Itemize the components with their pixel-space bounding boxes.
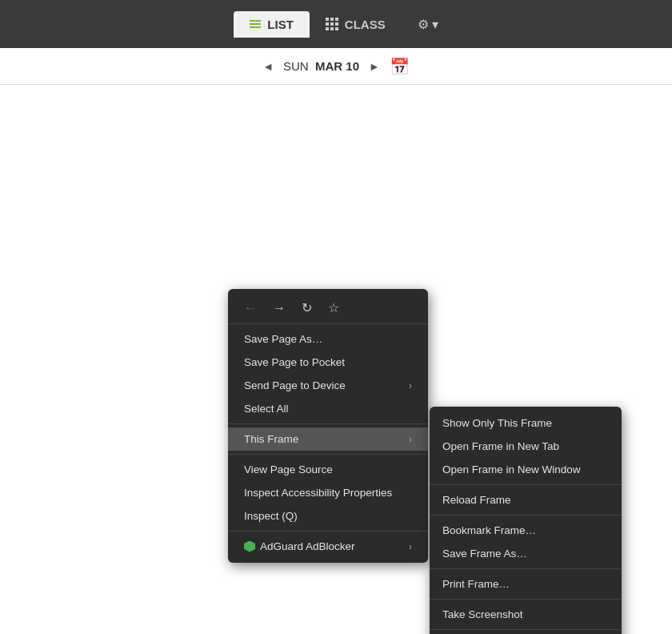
submenu-item-open-new-window-label: Open Frame in New Window bbox=[442, 463, 581, 476]
menu-item-inspect-accessibility-label: Inspect Accessibility Properties bbox=[244, 487, 392, 499]
menu-item-adguard[interactable]: AdGuard AdBlocker › bbox=[228, 535, 428, 558]
menu-item-this-frame[interactable]: This Frame › bbox=[228, 427, 428, 451]
submenu-item-show-only[interactable]: Show Only This Frame bbox=[430, 411, 622, 435]
submenu-item-print-frame[interactable]: Print Frame… bbox=[430, 572, 622, 596]
submenu-item-open-new-tab[interactable]: Open Frame in New Tab bbox=[430, 435, 622, 458]
grid-icon bbox=[326, 18, 338, 30]
date-label: SUN bbox=[283, 59, 309, 73]
menu-item-save-page-as-label: Save Page As… bbox=[244, 333, 322, 345]
context-menu-nav: ← → ↻ ☆ bbox=[228, 294, 428, 324]
nav-forward-icon[interactable]: → bbox=[273, 301, 286, 315]
submenu-separator-4 bbox=[430, 599, 622, 600]
menu-item-send-page-device-label: Send Page to Device bbox=[244, 379, 346, 391]
separator-2 bbox=[228, 454, 428, 455]
menu-item-send-page-device[interactable]: Send Page to Device › bbox=[228, 374, 428, 397]
list-icon bbox=[250, 20, 261, 28]
submenu-separator-3 bbox=[430, 568, 622, 569]
submenu-item-save-frame-as-label: Save Frame As… bbox=[442, 548, 527, 560]
nav-back-icon[interactable]: ← bbox=[244, 301, 257, 315]
nav-reload-icon[interactable]: ↻ bbox=[302, 300, 312, 315]
menu-item-select-all[interactable]: Select All bbox=[228, 397, 428, 420]
submenu-item-take-screenshot-label: Take Screenshot bbox=[442, 608, 523, 620]
submenu-this-frame: Show Only This Frame Open Frame in New T… bbox=[430, 407, 622, 634]
menu-item-inspect-label: Inspect (Q) bbox=[244, 510, 298, 522]
date-display: SUN MAR 10 bbox=[283, 59, 359, 73]
adguard-item-content: AdGuard AdBlocker bbox=[244, 540, 355, 552]
tab-class[interactable]: CLASS bbox=[310, 11, 402, 38]
menu-item-select-all-label: Select All bbox=[244, 403, 289, 415]
submenu-arrow-frame: › bbox=[409, 434, 412, 445]
gear-settings[interactable]: ⚙ ▾ bbox=[418, 17, 438, 32]
menu-item-save-page-as[interactable]: Save Page As… bbox=[228, 327, 428, 351]
submenu-item-show-only-label: Show Only This Frame bbox=[442, 417, 552, 429]
submenu-arrow-send: › bbox=[409, 380, 412, 391]
menu-item-view-page-source-label: View Page Source bbox=[244, 463, 333, 476]
submenu-separator-2 bbox=[430, 515, 622, 516]
context-menu: ← → ↻ ☆ Save Page As… Save Page to Pocke… bbox=[228, 289, 428, 563]
menu-item-view-page-source[interactable]: View Page Source bbox=[228, 458, 428, 481]
submenu-item-open-new-tab-label: Open Frame in New Tab bbox=[442, 440, 559, 452]
menu-item-adguard-label: AdGuard AdBlocker bbox=[260, 540, 355, 552]
adguard-shield-icon bbox=[244, 541, 255, 552]
submenu-item-bookmark-frame-label: Bookmark Frame… bbox=[442, 524, 536, 536]
submenu-item-bookmark-frame[interactable]: Bookmark Frame… bbox=[430, 519, 622, 542]
separator-3 bbox=[228, 531, 428, 532]
prev-arrow[interactable]: ◄ bbox=[262, 60, 274, 73]
calendar-icon[interactable]: 📅 bbox=[390, 57, 410, 76]
submenu-separator-5 bbox=[430, 629, 622, 630]
submenu-item-open-new-window[interactable]: Open Frame in New Window bbox=[430, 458, 622, 481]
submenu-item-save-frame-as[interactable]: Save Frame As… bbox=[430, 542, 622, 565]
next-arrow[interactable]: ► bbox=[369, 60, 380, 73]
menu-item-save-page-pocket[interactable]: Save Page to Pocket bbox=[228, 351, 428, 374]
content-area: ← → ↻ ☆ Save Page As… Save Page to Pocke… bbox=[0, 85, 672, 634]
submenu-separator-1 bbox=[430, 484, 622, 485]
submenu-item-print-frame-label: Print Frame… bbox=[442, 578, 510, 590]
menu-item-this-frame-label: This Frame bbox=[244, 433, 298, 445]
separator-1 bbox=[228, 423, 428, 424]
submenu-item-take-screenshot[interactable]: Take Screenshot bbox=[430, 603, 622, 626]
tab-list[interactable]: LIST bbox=[234, 11, 310, 38]
tab-class-label: CLASS bbox=[345, 18, 386, 31]
tab-list-label: LIST bbox=[267, 18, 294, 31]
submenu-item-reload-frame[interactable]: Reload Frame bbox=[430, 488, 622, 512]
submenu-arrow-adguard: › bbox=[409, 541, 412, 552]
dropdown-icon: ▾ bbox=[432, 17, 438, 32]
toolbar: LIST CLASS ⚙ ▾ bbox=[0, 0, 672, 48]
menu-item-inspect[interactable]: Inspect (Q) bbox=[228, 504, 428, 528]
menu-item-inspect-accessibility[interactable]: Inspect Accessibility Properties bbox=[228, 481, 428, 504]
nav-bookmark-icon[interactable]: ☆ bbox=[328, 300, 339, 315]
gear-icon: ⚙ bbox=[418, 17, 429, 32]
menu-item-save-page-pocket-label: Save Page to Pocket bbox=[244, 356, 345, 368]
date-bar: ◄ SUN MAR 10 ► 📅 bbox=[0, 48, 672, 85]
submenu-item-reload-frame-label: Reload Frame bbox=[442, 494, 511, 506]
date-bold: MAR 10 bbox=[315, 59, 359, 73]
